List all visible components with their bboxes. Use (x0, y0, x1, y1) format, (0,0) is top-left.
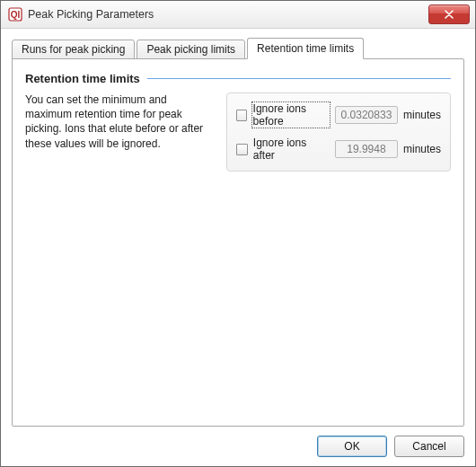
tab-retention-time-limits[interactable]: Retention time limits (247, 38, 364, 59)
param-ignore-before: Ignore ions before minutes (236, 102, 441, 128)
tab-label: Retention time limits (257, 42, 354, 55)
cancel-button[interactable]: Cancel (394, 436, 464, 457)
tab-runs-for-peak-picking[interactable]: Runs for peak picking (12, 40, 135, 59)
param-ignore-after: Ignore ions after minutes (236, 137, 441, 162)
section-title: Retention time limits (25, 72, 147, 85)
checkbox-ignore-after[interactable] (236, 144, 248, 155)
client-area: Runs for peak picking Peak picking limit… (1, 29, 475, 466)
tab-label: Peak picking limits (146, 43, 235, 56)
window-title: Peak Picking Parameters (28, 8, 154, 21)
close-button[interactable] (428, 4, 470, 24)
input-ignore-before[interactable] (335, 106, 398, 124)
tab-label: Runs for peak picking (22, 43, 125, 56)
section-description: You can set the minimum and maximum rete… (25, 93, 214, 151)
label-ignore-after: Ignore ions after (253, 137, 330, 162)
unit-after: minutes (403, 143, 441, 155)
parameters-group: Ignore ions before minutes Ignore ions a… (226, 93, 451, 172)
app-icon: QI (8, 7, 22, 22)
checkbox-ignore-before[interactable] (236, 110, 247, 121)
section-header: Retention time limits (25, 72, 451, 85)
section-divider (147, 78, 451, 79)
section-content: You can set the minimum and maximum rete… (25, 93, 451, 172)
tab-panel-retention-time-limits: Retention time limits You can set the mi… (12, 58, 464, 427)
label-ignore-before: Ignore ions before (252, 102, 330, 128)
titlebar: QI Peak Picking Parameters (1, 1, 475, 29)
ok-button-label: OK (344, 440, 359, 453)
dialog-buttons: OK Cancel (12, 427, 464, 457)
ok-button[interactable]: OK (317, 436, 387, 457)
tab-peak-picking-limits[interactable]: Peak picking limits (137, 40, 245, 59)
close-icon (445, 10, 454, 19)
cancel-button-label: Cancel (412, 440, 445, 453)
tabstrip: Runs for peak picking Peak picking limit… (12, 38, 464, 59)
dialog-window: QI Peak Picking Parameters Runs for peak… (0, 0, 476, 467)
unit-before: minutes (403, 109, 441, 121)
input-ignore-after[interactable] (335, 140, 398, 158)
svg-text:QI: QI (11, 10, 21, 20)
